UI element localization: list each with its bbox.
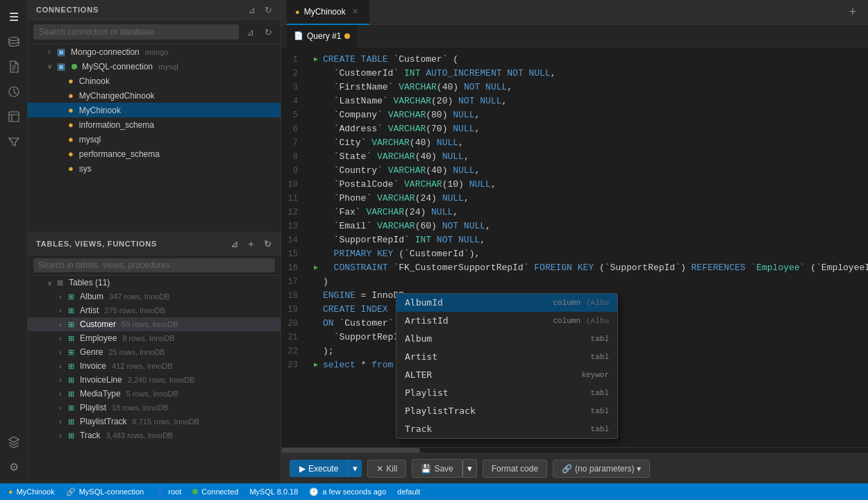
table-invoiceline[interactable]: › ⊞ InvoiceLine 2,240 rows, InnoDB: [28, 373, 281, 387]
tables-search-input[interactable]: [33, 258, 275, 272]
execute-btn-group: ▶ Execute ▾: [290, 460, 362, 477]
tab-mychinook[interactable]: ● MyChinook ✕: [287, 0, 369, 25]
db-mysql[interactable]: ● mysql: [28, 132, 281, 147]
save-dropdown-button[interactable]: ▾: [462, 459, 477, 478]
playlist-label: Playlist: [80, 403, 106, 412]
file-icon[interactable]: [3, 56, 25, 78]
customer-label: Customer: [80, 319, 116, 329]
execute-button[interactable]: ▶ Execute: [290, 460, 348, 477]
query-tab-1[interactable]: 📄 Query #1: [287, 25, 357, 47]
tables-group-header[interactable]: ∨ ⊞ Tables (11): [28, 276, 281, 290]
mediatype-meta: 5 rows, InnoDB: [126, 390, 178, 398]
mysql-connected-indicator: [72, 64, 77, 69]
mongo-connection-item[interactable]: › ▣ Mongo-connection mongo: [28, 44, 281, 59]
table-playlist[interactable]: › ⊞ Playlist 18 rows, InnoDB: [28, 401, 281, 415]
ac-item-artistid[interactable]: ArtistId column (Albu: [397, 312, 617, 330]
query-tab-icon: 📄: [294, 31, 303, 40]
horizontal-scrollbar[interactable]: [281, 447, 868, 453]
format-code-button[interactable]: Format code: [483, 460, 547, 478]
execute-dropdown-button[interactable]: ▾: [348, 460, 362, 477]
tables-header-actions: ⊿ + ↻: [228, 237, 275, 251]
tab-add-button[interactable]: +: [843, 3, 862, 22]
table-mediatype[interactable]: › ⊞ MediaType 5 rows, InnoDB: [28, 387, 281, 401]
filter-icon[interactable]: [3, 131, 25, 153]
genre-label: Genre: [80, 347, 103, 357]
db-chinook-chevron: [56, 76, 65, 86]
ac-item-album[interactable]: Album tabl: [397, 330, 617, 348]
db-mychinook[interactable]: ● MyChinook: [28, 103, 281, 117]
ac-track-type: tabl: [591, 422, 609, 436]
status-time: 🕐 a few seconds ago: [309, 488, 386, 497]
tab-mychinook-close[interactable]: ✕: [350, 6, 361, 17]
db-chinook[interactable]: ● Chinook: [28, 74, 281, 88]
table-track[interactable]: › ⊞ Track 3,483 rows, InnoDB: [28, 428, 281, 442]
tables-tree: ∨ ⊞ Tables (11) › ⊞ Album 347 rows, Inno…: [28, 276, 281, 483]
db-performance-schema[interactable]: ● performance_schema: [28, 147, 281, 161]
status-connection-icon: 🔗: [66, 488, 76, 497]
ac-albumid-context: (Albu: [586, 296, 609, 310]
filter-connections-icon[interactable]: ⊿: [244, 3, 258, 17]
db-mysql-chevron: [56, 135, 65, 144]
status-connected-label: Connected: [201, 488, 238, 496]
history-icon[interactable]: [3, 81, 25, 103]
database-icon[interactable]: [3, 31, 25, 53]
db-information-schema[interactable]: ● information_schema: [28, 117, 281, 132]
album-meta: 347 rows, InnoDB: [109, 292, 169, 301]
tables-refresh-icon[interactable]: ↻: [261, 237, 275, 251]
db-sys-chevron: [56, 164, 65, 174]
menu-icon[interactable]: ☰: [3, 6, 25, 28]
db-mychinook-icon: ●: [68, 105, 74, 115]
params-button[interactable]: 🔗 (no parameters) ▾: [553, 460, 650, 478]
db-mychangedchinook[interactable]: ● MyChangedChinook: [28, 88, 281, 103]
table-employee[interactable]: › ⊞ Employee 8 rows, InnoDB: [28, 331, 281, 345]
refresh-connections-icon[interactable]: ↻: [261, 3, 275, 17]
search-filter-icon[interactable]: ⊿: [243, 25, 257, 39]
kill-button[interactable]: ✕ Kill: [367, 460, 406, 478]
params-label: (no parameters): [575, 464, 634, 474]
playlisttrack-label: PlaylistTrack: [80, 417, 127, 426]
ac-playlist-name: Playlist: [405, 386, 585, 400]
ac-artistid-type: column: [553, 314, 581, 328]
table-icon[interactable]: [3, 106, 25, 128]
table-album[interactable]: › ⊞ Album 347 rows, InnoDB: [28, 290, 281, 303]
settings-icon[interactable]: ⚙: [3, 456, 25, 478]
editor-area[interactable]: 1 ▶ CREATE TABLE `Customer` ( 2 `Custome…: [281, 47, 868, 447]
ac-item-artist[interactable]: Artist tabl: [397, 348, 617, 366]
ac-item-track[interactable]: Track tabl: [397, 420, 617, 438]
ac-playlisttrack-type: tabl: [591, 404, 609, 418]
table-invoice[interactable]: › ⊞ Invoice 412 rows, InnoDB: [28, 359, 281, 373]
tables-filter-icon[interactable]: ⊿: [228, 237, 242, 251]
table-playlisttrack[interactable]: › ⊞ PlaylistTrack 8,715 rows, InnoDB: [28, 415, 281, 428]
status-schema-label: default: [397, 488, 420, 496]
status-connection[interactable]: 🔗 MySQL-connection: [66, 488, 144, 497]
kill-x-icon: ✕: [376, 464, 383, 474]
ac-item-albumid[interactable]: AlbumId column (Albu: [397, 294, 617, 312]
search-refresh-icon[interactable]: ↻: [261, 25, 275, 39]
db-sys[interactable]: ● sys: [28, 161, 281, 176]
line-23-play[interactable]: ▶: [314, 358, 318, 372]
icon-bar: ☰: [0, 0, 28, 483]
save-disk-icon: 💾: [421, 464, 431, 474]
table-artist[interactable]: › ⊞ Artist 275 rows, InnoDB: [28, 303, 281, 317]
status-mychinook[interactable]: ● MyChinook: [8, 488, 55, 496]
line-16-play[interactable]: ▶: [314, 261, 318, 275]
code-line-13: 13 `Email` VARCHAR(60) NOT NULL,: [281, 219, 868, 233]
ac-item-playlisttrack[interactable]: PlaylistTrack tabl: [397, 402, 617, 420]
tables-add-icon[interactable]: +: [244, 237, 258, 251]
table-customer[interactable]: › ⊞ Customer 59 rows, InnoDB: [28, 317, 281, 331]
ac-playlisttrack-name: PlaylistTrack: [405, 404, 585, 418]
line-1-play[interactable]: ▶: [314, 53, 318, 67]
table-genre[interactable]: › ⊞ Genre 25 rows, InnoDB: [28, 345, 281, 359]
save-button[interactable]: 💾 Save: [412, 459, 462, 478]
ac-item-playlist[interactable]: Playlist tabl: [397, 384, 617, 402]
status-connected-dot: [192, 489, 198, 494]
ac-item-alter[interactable]: ALTER keywor: [397, 366, 617, 384]
tables-section-label: TABLES, VIEWS, FUNCTIONS: [36, 240, 157, 248]
mediatype-chevron: ›: [56, 389, 65, 399]
layers-icon[interactable]: [3, 431, 25, 453]
mysql-connection-item[interactable]: ∨ ▣ MySQL-connection mysql: [28, 59, 281, 74]
employee-chevron: ›: [56, 333, 65, 343]
search-input[interactable]: [33, 24, 239, 40]
playlist-chevron: ›: [56, 403, 65, 412]
album-icon: ⊞: [68, 292, 74, 301]
